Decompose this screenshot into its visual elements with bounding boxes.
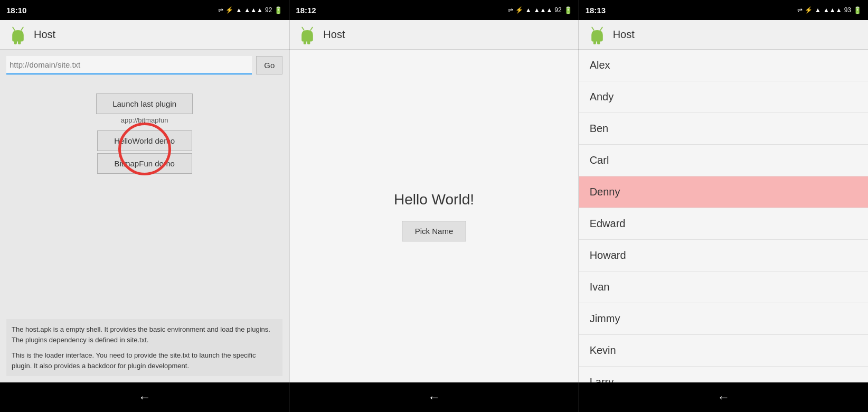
name-list: AlexAndyBenCarlDennyEdwardHowardIvanJimm… bbox=[579, 50, 868, 382]
list-item[interactable]: Carl bbox=[579, 145, 868, 176]
hello-world-text: Hello World! bbox=[394, 191, 474, 208]
wifi-icon-2: ▲ bbox=[525, 6, 532, 14]
desc-paragraph-2: This is the loader interface. You need t… bbox=[12, 350, 277, 371]
list-item[interactable]: Andy bbox=[579, 81, 868, 113]
battery-level-3: 93 bbox=[844, 6, 851, 14]
screen1: 18:10 ⇌ ⚡ ▲ ▲▲▲ 92 🔋 Host Go Launch last… bbox=[0, 0, 289, 412]
svg-line-2 bbox=[13, 27, 15, 30]
signal-icon: ▲▲▲ bbox=[244, 6, 263, 14]
battery-icon-2: 🔋 bbox=[564, 6, 572, 14]
bitmap-fun-button[interactable]: BitmapFun demo bbox=[97, 153, 192, 174]
plugin-subtitle: app://bitmapfun bbox=[121, 116, 168, 124]
battery-level-1: 92 bbox=[265, 6, 272, 14]
back-arrow-2[interactable]: ← bbox=[428, 390, 440, 405]
list-item[interactable]: Larry bbox=[579, 367, 868, 382]
status-time-3: 18:13 bbox=[586, 6, 606, 15]
screen1-content: Go Launch last plugin app://bitmapfun He… bbox=[0, 50, 289, 382]
hello-world-button[interactable]: HelloWorld demo bbox=[97, 130, 192, 151]
app-title-2: Host bbox=[323, 29, 345, 41]
svg-line-7 bbox=[311, 27, 313, 30]
screen3: 18:13 ⇌ ⚡ ▲ ▲▲▲ 93 🔋 Host AlexAndyBenCar… bbox=[579, 0, 868, 412]
url-row: Go bbox=[6, 56, 282, 74]
desc-paragraph-1: The host.apk is a empty shell. It provid… bbox=[12, 324, 277, 345]
battery-icon-3: 🔋 bbox=[853, 6, 862, 14]
android-logo-1 bbox=[8, 25, 27, 44]
status-time-2: 18:12 bbox=[296, 6, 316, 15]
signal-icon-2: ▲▲▲ bbox=[534, 6, 553, 14]
nav-bar-1: ← bbox=[0, 382, 289, 412]
list-item[interactable]: Kevin bbox=[579, 335, 868, 367]
svg-line-3 bbox=[21, 27, 23, 30]
list-item[interactable]: Howard bbox=[579, 240, 868, 271]
list-item[interactable]: Edward bbox=[579, 208, 868, 240]
app-bar-2: Host bbox=[289, 20, 578, 50]
usb-icon-2: ⇌ bbox=[508, 6, 513, 14]
url-input[interactable] bbox=[6, 56, 252, 74]
battery-icon-1: 🔋 bbox=[274, 6, 282, 14]
svg-line-10 bbox=[592, 27, 594, 30]
status-bar-3: 18:13 ⇌ ⚡ ▲ ▲▲▲ 93 🔋 bbox=[579, 0, 868, 20]
plugin-buttons: Launch last plugin app://bitmapfun Hello… bbox=[6, 93, 282, 174]
list-item[interactable]: Denny bbox=[579, 176, 868, 208]
usb-icon-3: ⇌ bbox=[797, 6, 803, 14]
back-arrow-1[interactable]: ← bbox=[138, 390, 151, 405]
android-logo-3 bbox=[588, 25, 607, 44]
list-item[interactable]: Ben bbox=[579, 113, 868, 145]
launch-plugin-button[interactable]: Launch last plugin bbox=[96, 93, 193, 114]
nav-bar-2: ← bbox=[289, 382, 578, 412]
signal-icon-3: ▲▲▲ bbox=[823, 6, 842, 14]
usb-icon: ⇌ bbox=[218, 6, 223, 14]
svg-line-11 bbox=[600, 27, 602, 30]
list-item[interactable]: Ivan bbox=[579, 271, 868, 303]
android-logo-2 bbox=[298, 25, 317, 44]
status-icons-2: ⇌ ⚡ ▲ ▲▲▲ 92 🔋 bbox=[508, 6, 572, 14]
screen2-content: Hello World! Pick Name bbox=[289, 50, 578, 382]
pick-name-button[interactable]: Pick Name bbox=[402, 221, 467, 241]
list-item[interactable]: Alex bbox=[579, 50, 868, 81]
screen1-description: The host.apk is a empty shell. It provid… bbox=[6, 319, 282, 376]
sync-icon-3: ⚡ bbox=[805, 6, 813, 14]
sync-icon-2: ⚡ bbox=[515, 6, 523, 14]
app-title-1: Host bbox=[34, 29, 55, 41]
app-bar-3: Host bbox=[579, 20, 868, 50]
sync-icon: ⚡ bbox=[225, 6, 233, 14]
list-item[interactable]: Jimmy bbox=[579, 303, 868, 335]
nav-bar-3: ← bbox=[579, 382, 868, 412]
status-time-1: 18:10 bbox=[6, 6, 26, 15]
battery-level-2: 92 bbox=[554, 6, 561, 14]
app-bar-1: Host bbox=[0, 20, 289, 50]
svg-line-6 bbox=[302, 27, 304, 30]
status-icons-3: ⇌ ⚡ ▲ ▲▲▲ 93 🔋 bbox=[797, 6, 862, 14]
back-arrow-3[interactable]: ← bbox=[717, 390, 730, 405]
screen2: 18:12 ⇌ ⚡ ▲ ▲▲▲ 92 🔋 Host Hello World! P… bbox=[289, 0, 578, 412]
go-button[interactable]: Go bbox=[256, 56, 282, 74]
wifi-icon: ▲ bbox=[235, 6, 242, 14]
wifi-icon-3: ▲ bbox=[815, 6, 821, 14]
status-icons-1: ⇌ ⚡ ▲ ▲▲▲ 92 🔋 bbox=[218, 6, 282, 14]
status-bar-2: 18:12 ⇌ ⚡ ▲ ▲▲▲ 92 🔋 bbox=[289, 0, 578, 20]
app-title-3: Host bbox=[613, 29, 635, 41]
status-bar-1: 18:10 ⇌ ⚡ ▲ ▲▲▲ 92 🔋 bbox=[0, 0, 289, 20]
